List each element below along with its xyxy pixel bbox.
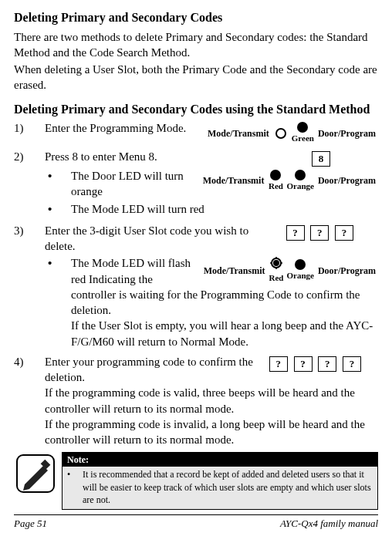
door-program-label: Door/Program (316, 127, 378, 140)
red-label: Red (269, 180, 283, 192)
diagram-step1: Mode/Transmit Green Door/Program (205, 122, 378, 144)
led-mode-empty-icon (275, 128, 286, 139)
key-q-icon: ? (335, 225, 353, 241)
step-2-text: Press 8 to enter Menu 8. (45, 149, 306, 164)
step-num-2: 2) (14, 149, 45, 164)
note-text: It is recommended that a record be kept … (83, 468, 373, 506)
note-block: Note: • It is recommended that a record … (14, 452, 378, 510)
step-num-4: 4) (14, 354, 45, 369)
manual-name: AYC-Qx4 family manual (280, 517, 378, 531)
step4-para-b: If the programming code is invalid, a lo… (45, 416, 378, 448)
mode-transmit-label-3: Mode/Transmit (201, 265, 268, 277)
step-num-1: 1) (14, 120, 45, 136)
diagram-step2b: Mode/Transmit Red Orange Door/Program (201, 170, 378, 192)
bullet-icon: • (45, 168, 71, 184)
key-q-icon: ? (286, 225, 305, 241)
intro-para-2: When deleting a User Slot, both the Prim… (14, 62, 378, 93)
bullet-icon: • (45, 201, 71, 217)
key-q-icon: ? (269, 356, 288, 372)
step2-bullet2: The Mode LED will turn red (71, 201, 204, 217)
led-door-green-icon (297, 122, 308, 133)
step-3-text: Enter the 3-digit User Slot code you wis… (45, 223, 280, 255)
footer-divider (14, 514, 378, 515)
orange-label: Orange (286, 180, 313, 192)
diagram-step3b: Mode/Transmit Red Orange Door/Program (201, 257, 378, 284)
bullet-icon: • (67, 468, 83, 506)
intro-para-1: There are two methods to delete Primary … (14, 29, 378, 61)
svg-point-5 (273, 260, 279, 266)
note-title: Note: (63, 453, 377, 467)
svg-marker-7 (23, 466, 48, 491)
page-number: Page 51 (14, 517, 47, 531)
steps-list: Mode/Transmit Green Door/Program 1) Ente… (14, 120, 378, 447)
keyrow-step4: ? ? ? ? (268, 356, 363, 372)
orange-label-2: Orange (286, 270, 313, 282)
key-8-icon: 8 (312, 151, 330, 167)
key-q-icon: ? (294, 356, 313, 372)
step-4-text: Enter your programming code to confirm t… (45, 356, 253, 383)
keyrow-step2: 8 (310, 150, 332, 167)
step2-bullet1: The Door LED will turn orange (71, 168, 196, 200)
mode-transmit-label: Mode/Transmit (205, 127, 272, 140)
green-label: Green (292, 133, 314, 144)
door-program-label-3: Door/Program (316, 265, 378, 277)
door-program-label-2: Door/Program (316, 174, 378, 187)
key-q-icon: ? (310, 225, 329, 241)
red-label-2: Red (269, 272, 284, 284)
mode-transmit-label-2: Mode/Transmit (201, 174, 267, 187)
footer: Page 51 AYC-Qx4 family manual (14, 517, 378, 531)
section-subtitle: Deleting Primary and Secondary Codes usi… (14, 101, 378, 118)
led-door-orange-icon (295, 170, 306, 180)
keyrow-step3: ? ? ? (285, 224, 356, 241)
note-pencil-icon (14, 452, 57, 495)
step-1-text: Enter the Programming Mode. (45, 120, 201, 136)
page-title: Deleting Primary and Secondary Codes (14, 9, 378, 26)
step3-bullet1b: If the User Slot is empty, you will hear… (71, 318, 378, 349)
led-mode-flash-red-icon (270, 257, 282, 272)
step-num-3: 3) (14, 223, 45, 238)
led-mode-red-icon (270, 170, 281, 180)
led-door-orange-icon-2 (295, 259, 306, 270)
step4-para-a: If the programming code is valid, three … (45, 385, 378, 416)
key-q-icon: ? (318, 356, 336, 372)
key-q-icon: ? (343, 356, 361, 372)
bullet-icon: • (45, 255, 71, 271)
